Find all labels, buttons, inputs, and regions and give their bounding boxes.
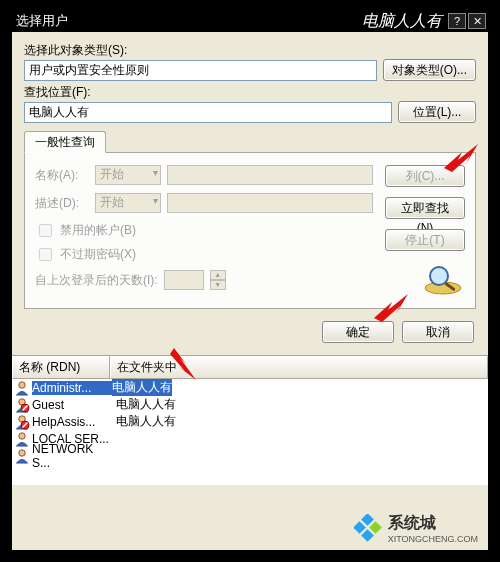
watermark: 系统城 XITONGCHENG.COM — [354, 513, 478, 544]
days-input[interactable] — [164, 270, 204, 290]
ok-button[interactable]: 确定 — [322, 321, 394, 343]
desc-combo[interactable]: 开始 — [95, 193, 161, 213]
object-type-field[interactable]: 用户或内置安全性原则 — [24, 60, 377, 81]
watermark-logo-icon — [354, 514, 384, 544]
location-button[interactable]: 位置(L)... — [398, 101, 476, 123]
object-type-label: 选择此对象类型(S): — [24, 42, 476, 59]
object-types-button[interactable]: 对象类型(O)... — [383, 59, 476, 81]
location-field[interactable]: 电脑人人有 — [24, 102, 392, 123]
noexpire-label: 不过期密码(X) — [60, 246, 136, 263]
watermark-line1: 系统城 — [388, 513, 478, 534]
find-now-button[interactable]: 立即查找(N) — [385, 197, 465, 219]
svg-rect-13 — [354, 521, 366, 534]
spin-up-icon[interactable]: ▲ — [210, 270, 226, 280]
name-label: 名称(A): — [35, 167, 89, 184]
col-rdn[interactable]: 名称 (RDN) — [12, 356, 110, 379]
col-folder[interactable]: 在文件夹中 — [110, 356, 488, 379]
svg-rect-14 — [369, 521, 382, 534]
user-icon — [14, 397, 30, 413]
user-icon — [14, 380, 30, 396]
tab-general[interactable]: 一般性查询 — [24, 131, 106, 153]
cell-name: HelpAssis... — [32, 415, 112, 429]
disabled-accounts-label: 禁用的帐户(B) — [60, 222, 136, 239]
name-combo[interactable]: 开始 — [95, 165, 161, 185]
result-list[interactable]: Administr...电脑人人有 Guest电脑人人有 HelpAssis..… — [12, 379, 488, 485]
stop-button[interactable]: 停止(T) — [385, 229, 465, 251]
days-since-label: 自上次登录后的天数(I): — [35, 272, 158, 289]
cancel-button[interactable]: 取消 — [402, 321, 474, 343]
user-icon — [14, 414, 30, 430]
desc-label: 描述(D): — [35, 195, 89, 212]
titlebar: 选择用户 电脑人人有 ? ✕ — [10, 10, 490, 32]
svg-rect-15 — [361, 529, 374, 542]
window-title: 选择用户 — [16, 12, 68, 30]
brand-text: 电脑人人有 — [362, 11, 442, 32]
noexpire-checkbox[interactable]: 不过期密码(X) — [35, 245, 373, 264]
tab-body: 名称(A): 开始 描述(D): 开始 禁用的帐户(B) — [24, 153, 476, 309]
user-icon — [14, 448, 30, 464]
help-button[interactable]: ? — [448, 13, 466, 29]
svg-point-10 — [19, 432, 25, 438]
close-button[interactable]: ✕ — [468, 13, 486, 29]
svg-point-11 — [19, 449, 25, 455]
disabled-accounts-box[interactable] — [39, 224, 52, 237]
user-icon — [14, 431, 30, 447]
name-input[interactable] — [167, 165, 373, 185]
disabled-accounts-checkbox[interactable]: 禁用的帐户(B) — [35, 221, 373, 240]
search-icon — [421, 262, 465, 298]
cell-name: Guest — [32, 398, 112, 412]
table-row[interactable]: Administr...电脑人人有 — [12, 379, 488, 396]
cell-folder: 电脑人人有 — [112, 379, 172, 396]
cell-name: NETWORK S... — [32, 442, 112, 470]
tab-strip: 一般性查询 — [24, 131, 476, 153]
table-row[interactable]: NETWORK S... — [12, 447, 488, 464]
svg-point-3 — [19, 381, 25, 387]
cell-name: Administr... — [32, 381, 112, 395]
columns-button[interactable]: 列(C)... — [385, 165, 465, 187]
noexpire-box[interactable] — [39, 248, 52, 261]
cell-folder: 电脑人人有 — [112, 413, 176, 430]
svg-rect-12 — [361, 514, 374, 526]
list-header: 名称 (RDN) 在文件夹中 — [12, 355, 488, 379]
spin-down-icon[interactable]: ▼ — [210, 280, 226, 290]
cell-folder: 电脑人人有 — [112, 396, 176, 413]
svg-point-1 — [430, 267, 448, 285]
location-label: 查找位置(F): — [24, 84, 476, 101]
watermark-line2: XITONGCHENG.COM — [388, 534, 478, 544]
table-row[interactable]: HelpAssis...电脑人人有 — [12, 413, 488, 430]
table-row[interactable]: Guest电脑人人有 — [12, 396, 488, 413]
days-spinner[interactable]: ▲▼ — [210, 270, 226, 290]
desc-input[interactable] — [167, 193, 373, 213]
